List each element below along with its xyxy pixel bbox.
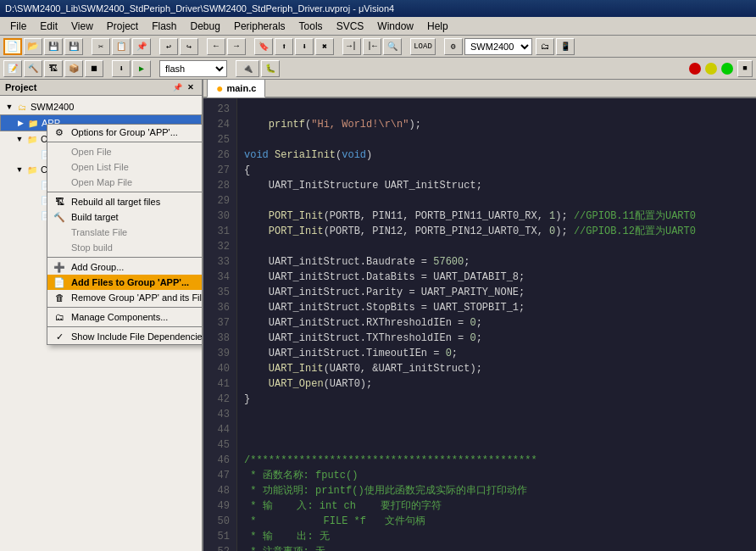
menu-debug[interactable]: Debug — [184, 19, 227, 34]
new-file-button[interactable]: 📄 — [3, 38, 22, 55]
periph-setup-button[interactable]: 🔌 — [236, 60, 259, 77]
cm-open-map[interactable]: Open Map File — [47, 175, 203, 190]
menu-file[interactable]: File — [3, 19, 33, 34]
ln-39: 39 — [207, 346, 230, 361]
bookmark-next-button[interactable]: ⬇ — [295, 38, 314, 55]
target-combo[interactable]: SWM2400 — [464, 38, 532, 55]
indent-button[interactable]: →| — [342, 38, 361, 55]
ln-25: 25 — [207, 132, 230, 147]
pause-button[interactable] — [705, 63, 717, 75]
cm-translate-file[interactable]: Translate File — [47, 225, 203, 240]
menu-help[interactable]: Help — [420, 19, 455, 34]
cm-stop-label: Stop build — [71, 242, 113, 253]
save-button[interactable]: 💾 — [44, 38, 63, 55]
flash-combo[interactable]: flash — [159, 60, 227, 77]
context-menu: ⚙ Options for Group 'APP'... Alt+F7 Open… — [47, 124, 203, 345]
bookmark-clear-button[interactable]: ✖ — [315, 38, 334, 55]
options-icon: ⚙ — [53, 125, 66, 139]
cm-manage-components[interactable]: 🗂 Manage Components... — [47, 309, 203, 325]
cm-sep2 — [47, 192, 203, 192]
ln-51: 51 — [207, 529, 230, 544]
ln-48: 48 — [207, 483, 230, 498]
paste-button[interactable]: 📌 — [132, 38, 151, 55]
start-debug-button[interactable]: ▶ — [132, 60, 151, 77]
ln-43: 43 — [207, 407, 230, 422]
ln-33: 33 — [207, 254, 230, 270]
bookmark-prev-button[interactable]: ⬆ — [275, 38, 293, 55]
batch-build-button[interactable]: 📦 — [64, 60, 83, 77]
rebuild-button[interactable]: 🏗 — [44, 60, 63, 77]
code-content[interactable]: printf("Hi, World!\r\n"); void SerialIni… — [237, 98, 756, 551]
navigate-forward-button[interactable]: → — [227, 38, 246, 55]
tree-root[interactable]: ▼ 🗂 SWM2400 — [0, 99, 202, 114]
manage-components-button[interactable]: 🗂 — [536, 38, 554, 55]
ln-44: 44 — [207, 422, 230, 437]
compile-button[interactable]: 📝 — [3, 60, 22, 77]
menu-view[interactable]: View — [64, 19, 100, 34]
cm-show-includes[interactable]: ✓ Show Include File Dependencies — [47, 329, 203, 344]
menu-edit[interactable]: Edit — [33, 19, 64, 34]
cm-rebuild-all[interactable]: 🏗 Rebuild all target files — [47, 194, 203, 209]
copy-button[interactable]: 📋 — [112, 38, 131, 55]
ln-29: 29 — [207, 193, 230, 209]
menu-tools[interactable]: Tools — [292, 19, 330, 34]
outdent-button[interactable]: |← — [363, 38, 381, 55]
cm-rebuild-label: Rebuild all target files — [71, 197, 160, 207]
cm-options-label: Options for Group 'APP'... — [71, 127, 178, 137]
find-button[interactable]: 🔍 — [383, 38, 402, 55]
tab-main-c-label: main.c — [226, 83, 256, 93]
cm-remove-group[interactable]: 🗑 Remove Group 'APP' and its Files — [47, 290, 203, 305]
cm-open-list-label: Open List File — [71, 162, 129, 172]
cm-add-files[interactable]: 📄 Add Files to Group 'APP'... — [47, 275, 203, 290]
build-button[interactable]: 🔨 — [24, 60, 42, 77]
load-button[interactable]: LOAD — [410, 38, 436, 55]
extra-button[interactable]: ■ — [737, 60, 753, 77]
menu-flash[interactable]: Flash — [145, 19, 183, 34]
undo-button[interactable]: ↩ — [159, 38, 178, 55]
download-button[interactable]: ⬇ — [112, 60, 131, 77]
record-button[interactable] — [689, 63, 701, 75]
csl-group-icon: 📁 — [25, 132, 39, 146]
tab-main-c[interactable]: ● main.c — [207, 80, 265, 97]
stop-build-button[interactable]: ⏹ — [85, 60, 103, 77]
cm-open-map-label: Open Map File — [71, 177, 132, 187]
cm-stop-build[interactable]: Stop build — [47, 240, 203, 255]
cm-open-file[interactable]: Open File — [47, 144, 203, 159]
target-options-button[interactable]: ⚙ — [444, 38, 463, 55]
project-folder-icon: 🗂 — [15, 100, 29, 114]
cm-build-target[interactable]: 🔨 Build target F7 — [47, 209, 203, 225]
project-pin-button[interactable]: 📌 — [171, 81, 183, 93]
navigate-back-button[interactable]: ← — [207, 38, 225, 55]
menu-window[interactable]: Window — [370, 19, 420, 34]
select-device-button[interactable]: 📱 — [556, 38, 575, 55]
menu-peripherals[interactable]: Peripherals — [227, 19, 292, 34]
bookmark-toggle-button[interactable]: 🔖 — [254, 38, 273, 55]
cut-button[interactable]: ✂ — [92, 38, 110, 55]
checkmark-icon: ✓ — [53, 330, 66, 343]
ln-46: 46 — [207, 453, 230, 468]
ln-42: 42 — [207, 392, 230, 407]
toolbar-build: 📝 🔨 🏗 📦 ⏹ ⬇ ▶ flash 🔌 🐛 ■ — [0, 58, 756, 80]
menu-project[interactable]: Project — [100, 19, 145, 34]
remove-group-icon: 🗑 — [53, 291, 66, 304]
cm-open-list[interactable]: Open List File — [47, 159, 203, 175]
redo-button[interactable]: ↪ — [180, 38, 198, 55]
ln-32: 32 — [207, 239, 230, 254]
project-title: Project — [5, 82, 36, 92]
debug-options-button[interactable]: 🐛 — [261, 60, 280, 77]
cm-open-file-label: Open File — [71, 147, 112, 157]
project-close-button[interactable]: ✕ — [185, 81, 197, 93]
cmsis-expand-icon: ▼ — [14, 164, 25, 175]
code-view[interactable]: 23 24 25 26 27 28 29 30 31 32 33 34 35 3… — [203, 98, 756, 551]
ln-45: 45 — [207, 437, 230, 453]
core-expand-icon — [27, 179, 39, 191]
editor-area: ● main.c 23 24 25 26 27 28 29 30 31 32 3… — [203, 80, 756, 551]
project-header: Project 📌 ✕ — [0, 80, 202, 96]
cm-options-group[interactable]: ⚙ Options for Group 'APP'... Alt+F7 — [47, 125, 203, 140]
menu-svcs[interactable]: SVCS — [330, 19, 371, 34]
open-file-button[interactable]: 📂 — [24, 38, 42, 55]
save-all-button[interactable]: 💾 — [64, 38, 83, 55]
cm-add-group[interactable]: ➕ Add Group... — [47, 259, 203, 275]
play-button[interactable] — [721, 63, 733, 75]
ln-30: 30 — [207, 209, 230, 224]
